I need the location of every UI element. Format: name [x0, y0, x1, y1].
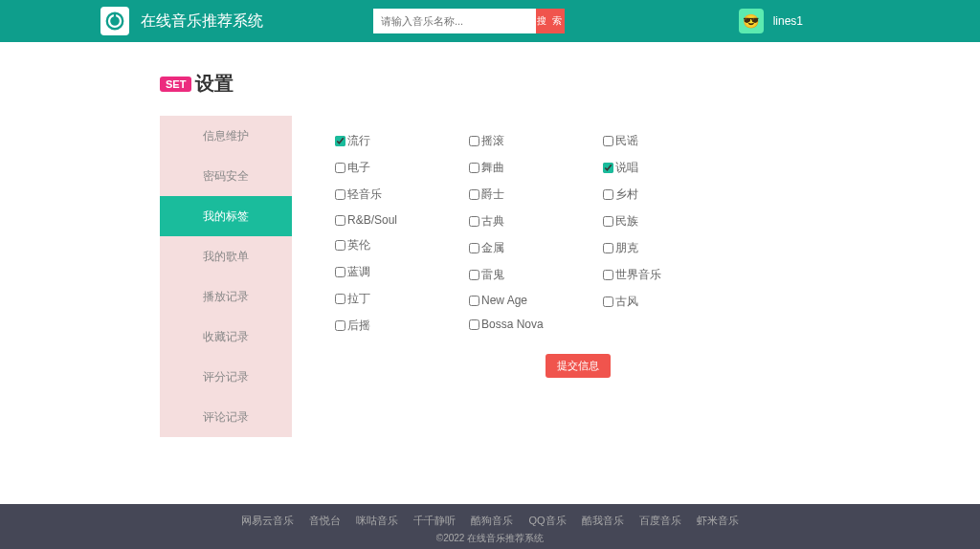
- tag-checkbox[interactable]: [469, 319, 479, 330]
- footer-link-2[interactable]: 咪咕音乐: [356, 515, 398, 526]
- tag-checkbox[interactable]: [335, 240, 345, 251]
- tag-label: 乡村: [615, 187, 638, 203]
- tags-col-2: 摇滚舞曲爵士古典金属雷鬼New AgeBossa Nova: [469, 133, 603, 344]
- tags-grid: 流行电子轻音乐R&B/Soul英伦蓝调拉丁后摇 摇滚舞曲爵士古典金属雷鬼New …: [335, 133, 820, 344]
- tag-item-col1-1[interactable]: 电子: [335, 160, 469, 176]
- tag-checkbox[interactable]: [335, 294, 345, 304]
- tag-item-col3-4[interactable]: 朋克: [603, 240, 737, 256]
- tag-checkbox[interactable]: [335, 136, 345, 146]
- tag-checkbox[interactable]: [469, 216, 479, 227]
- tag-item-col1-0[interactable]: 流行: [335, 133, 469, 149]
- sidebar-item-5[interactable]: 收藏记录: [160, 317, 292, 357]
- tag-label: 拉丁: [347, 291, 370, 307]
- search-button[interactable]: 搜 索: [536, 9, 565, 33]
- page-header: SET 设置: [160, 71, 820, 97]
- tag-label: 电子: [347, 160, 370, 176]
- footer: 网易云音乐音悦台咪咕音乐千千静听酷狗音乐QQ音乐酷我音乐百度音乐虾米音乐 ©20…: [0, 504, 980, 549]
- page-badge: SET: [160, 77, 191, 92]
- footer-link-0[interactable]: 网易云音乐: [241, 515, 294, 526]
- username: lines1: [773, 14, 803, 28]
- tag-item-col3-2[interactable]: 乡村: [603, 187, 737, 203]
- tag-item-col3-5[interactable]: 世界音乐: [603, 267, 737, 283]
- tag-checkbox[interactable]: [469, 136, 479, 146]
- tag-item-col3-6[interactable]: 古风: [603, 294, 737, 310]
- footer-link-7[interactable]: 百度音乐: [639, 515, 681, 526]
- sidebar-item-4[interactable]: 播放记录: [160, 276, 292, 317]
- tag-checkbox[interactable]: [603, 189, 613, 200]
- tag-checkbox[interactable]: [335, 215, 345, 226]
- sidebar-item-2[interactable]: 我的标签: [160, 196, 292, 236]
- header: 在线音乐推荐系统 搜 索 😎 lines1: [0, 0, 980, 42]
- tag-item-col1-4[interactable]: 英伦: [335, 237, 469, 253]
- tag-item-col3-3[interactable]: 民族: [603, 213, 737, 230]
- tag-item-col1-6[interactable]: 拉丁: [335, 291, 469, 307]
- copyright: ©2022 在线音乐推荐系统: [0, 532, 980, 545]
- page-container: SET 设置 信息维护密码安全我的标签我的歌单播放记录收藏记录评分记录评论记录 …: [160, 42, 820, 456]
- tag-label: 金属: [481, 240, 504, 256]
- tag-checkbox[interactable]: [603, 296, 613, 307]
- sidebar-item-0[interactable]: 信息维护: [160, 116, 292, 156]
- tag-checkbox[interactable]: [603, 136, 613, 146]
- tag-item-col1-5[interactable]: 蓝调: [335, 264, 469, 280]
- tag-label: 民族: [615, 213, 638, 230]
- tag-checkbox[interactable]: [469, 270, 479, 280]
- tag-label: 说唱: [615, 160, 638, 176]
- footer-links: 网易云音乐音悦台咪咕音乐千千静听酷狗音乐QQ音乐酷我音乐百度音乐虾米音乐: [0, 514, 980, 528]
- sidebar-item-3[interactable]: 我的歌单: [160, 236, 292, 276]
- tag-item-col1-2[interactable]: 轻音乐: [335, 187, 469, 203]
- tag-checkbox[interactable]: [335, 163, 345, 173]
- footer-link-5[interactable]: QQ音乐: [528, 515, 566, 526]
- tag-item-col2-1[interactable]: 舞曲: [469, 160, 603, 176]
- tag-label: 雷鬼: [481, 267, 504, 283]
- footer-link-4[interactable]: 酷狗音乐: [471, 515, 513, 526]
- tag-item-col2-3[interactable]: 古典: [469, 213, 603, 230]
- tag-label: 蓝调: [347, 264, 370, 280]
- tag-checkbox[interactable]: [469, 189, 479, 200]
- tag-item-col2-0[interactable]: 摇滚: [469, 133, 603, 149]
- tag-checkbox[interactable]: [469, 243, 479, 253]
- footer-link-1[interactable]: 音悦台: [309, 515, 341, 526]
- logo-icon: [100, 7, 129, 35]
- tag-item-col3-1[interactable]: 说唱: [603, 160, 737, 176]
- tag-label: 摇滚: [481, 133, 504, 149]
- search-input[interactable]: [373, 9, 536, 33]
- tag-checkbox[interactable]: [469, 163, 479, 173]
- tag-checkbox[interactable]: [469, 296, 479, 306]
- tag-item-col2-6[interactable]: New Age: [469, 294, 603, 307]
- footer-link-6[interactable]: 酷我音乐: [582, 515, 624, 526]
- submit-button[interactable]: 提交信息: [546, 354, 611, 378]
- tag-label: New Age: [481, 294, 527, 307]
- tags-col-1: 流行电子轻音乐R&B/Soul英伦蓝调拉丁后摇: [335, 133, 469, 344]
- tag-checkbox[interactable]: [335, 267, 345, 277]
- search-section: 搜 索: [373, 9, 565, 33]
- sidebar-item-1[interactable]: 密码安全: [160, 156, 292, 196]
- tag-label: 朋克: [615, 240, 638, 256]
- footer-link-3[interactable]: 千千静听: [413, 515, 456, 526]
- logo-section: 在线音乐推荐系统: [100, 7, 263, 35]
- tag-checkbox[interactable]: [603, 216, 613, 227]
- sidebar-item-7[interactable]: 评论记录: [160, 397, 292, 437]
- tag-checkbox[interactable]: [603, 270, 613, 280]
- tag-item-col2-2[interactable]: 爵士: [469, 187, 603, 203]
- sidebar-item-6[interactable]: 评分记录: [160, 357, 292, 397]
- tag-checkbox[interactable]: [335, 320, 345, 331]
- tag-label: 爵士: [481, 187, 504, 203]
- tag-item-col1-3[interactable]: R&B/Soul: [335, 213, 469, 227]
- tag-item-col2-4[interactable]: 金属: [469, 240, 603, 256]
- tag-label: 流行: [347, 133, 370, 149]
- app-title: 在线音乐推荐系统: [141, 11, 263, 32]
- tag-checkbox[interactable]: [603, 163, 613, 173]
- user-section[interactable]: 😎 lines1: [739, 9, 803, 33]
- tag-label: Bossa Nova: [481, 318, 544, 331]
- avatar: 😎: [739, 9, 764, 33]
- tags-col-3: 民谣说唱乡村民族朋克世界音乐古风: [603, 133, 737, 344]
- tag-checkbox[interactable]: [603, 243, 613, 253]
- tag-label: 舞曲: [481, 160, 504, 176]
- footer-link-8[interactable]: 虾米音乐: [697, 515, 739, 526]
- tag-checkbox[interactable]: [335, 189, 345, 200]
- tag-item-col2-5[interactable]: 雷鬼: [469, 267, 603, 283]
- tag-item-col2-7[interactable]: Bossa Nova: [469, 318, 603, 331]
- tag-item-col1-7[interactable]: 后摇: [335, 318, 469, 334]
- tag-label: 世界音乐: [615, 267, 661, 283]
- tag-item-col3-0[interactable]: 民谣: [603, 133, 737, 149]
